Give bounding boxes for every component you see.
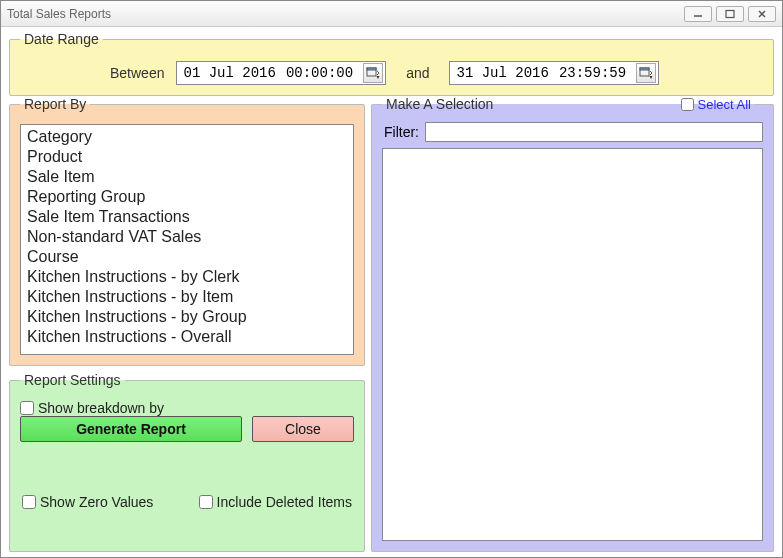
list-item[interactable]: Kitchen Instructions - by Group — [25, 307, 349, 327]
svg-rect-5 — [367, 68, 376, 70]
show-breakdown-label: Show breakdown by — [38, 400, 164, 416]
show-breakdown-input[interactable] — [20, 401, 34, 415]
show-zero-input[interactable] — [22, 495, 36, 509]
calendar-dropdown-icon — [639, 66, 653, 80]
list-item[interactable]: Non-standard VAT Sales — [25, 227, 349, 247]
list-item[interactable]: Course — [25, 247, 349, 267]
to-date-value: 31 Jul 2016 — [456, 65, 548, 81]
svg-marker-9 — [650, 76, 653, 79]
selection-listbox[interactable] — [382, 148, 763, 541]
report-by-group: Report By CategoryProductSale ItemReport… — [9, 96, 365, 366]
client-area: Date Range Between 01 Jul 2016 00:00:00 … — [1, 27, 782, 557]
calendar-dropdown-icon — [366, 66, 380, 80]
generate-report-label: Generate Report — [76, 421, 186, 437]
list-item[interactable]: Sale Item — [25, 167, 349, 187]
filter-input[interactable] — [425, 122, 763, 142]
list-item[interactable]: Category — [25, 127, 349, 147]
svg-marker-6 — [377, 76, 380, 79]
svg-rect-1 — [726, 10, 734, 17]
show-zero-label: Show Zero Values — [40, 494, 153, 510]
generate-report-button[interactable]: Generate Report — [20, 416, 242, 442]
report-by-legend: Report By — [20, 96, 90, 112]
from-date-value: 01 Jul 2016 — [183, 65, 275, 81]
to-datetime-picker[interactable]: 31 Jul 2016 23:59:59 — [449, 61, 659, 85]
include-deleted-label: Include Deleted Items — [217, 494, 352, 510]
close-button[interactable]: Close — [252, 416, 354, 442]
from-time-value: 00:00:00 — [286, 65, 353, 81]
from-datetime-picker[interactable]: 01 Jul 2016 00:00:00 — [176, 61, 386, 85]
and-label: and — [406, 65, 429, 81]
list-item[interactable]: Kitchen Instructions - Overall — [25, 327, 349, 347]
include-deleted-checkbox[interactable]: Include Deleted Items — [199, 494, 352, 510]
window-title: Total Sales Reports — [7, 7, 684, 21]
window-controls — [684, 6, 776, 22]
report-by-listbox[interactable]: CategoryProductSale ItemReporting GroupS… — [20, 124, 354, 355]
select-all-checkbox[interactable]: Select All — [681, 97, 751, 112]
select-all-input[interactable] — [681, 98, 694, 111]
filter-label: Filter: — [384, 124, 419, 140]
date-range-legend: Date Range — [20, 31, 103, 47]
list-item[interactable]: Sale Item Transactions — [25, 207, 349, 227]
list-item[interactable]: Kitchen Instructions - by Clerk — [25, 267, 349, 287]
titlebar: Total Sales Reports — [1, 1, 782, 27]
make-selection-group: Make A Selection Select All Filter: — [371, 96, 774, 552]
svg-rect-8 — [640, 68, 649, 70]
close-button-label: Close — [285, 421, 321, 437]
minimize-button[interactable] — [684, 6, 712, 22]
show-zero-checkbox[interactable]: Show Zero Values — [22, 494, 153, 510]
date-range-group: Date Range Between 01 Jul 2016 00:00:00 … — [9, 31, 774, 96]
show-breakdown-checkbox[interactable]: Show breakdown by — [20, 400, 164, 416]
make-selection-legend: Make A Selection — [386, 96, 493, 112]
from-date-dropdown-button[interactable] — [363, 63, 383, 83]
report-settings-legend: Report Settings — [20, 372, 125, 388]
close-window-button[interactable] — [748, 6, 776, 22]
list-item[interactable]: Product — [25, 147, 349, 167]
list-item[interactable]: Kitchen Instructions - by Item — [25, 287, 349, 307]
to-date-dropdown-button[interactable] — [636, 63, 656, 83]
include-deleted-input[interactable] — [199, 495, 213, 509]
report-settings-group: Report Settings Show breakdown by Till T… — [9, 372, 365, 552]
to-time-value: 23:59:59 — [559, 65, 626, 81]
select-all-label: Select All — [698, 97, 751, 112]
maximize-button[interactable] — [716, 6, 744, 22]
between-label: Between — [110, 65, 164, 81]
list-item[interactable]: Reporting Group — [25, 187, 349, 207]
window-frame: Total Sales Reports Date Range Between 0… — [0, 0, 783, 558]
